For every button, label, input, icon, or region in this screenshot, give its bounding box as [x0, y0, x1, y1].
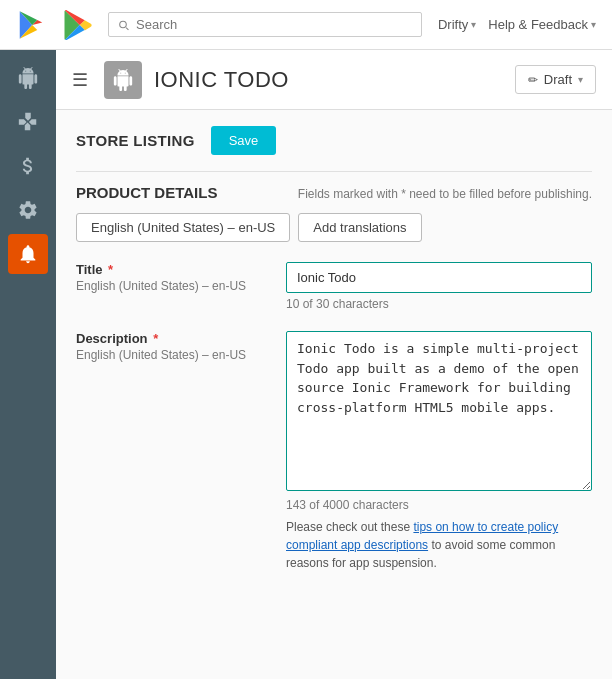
- product-details-header: PRODUCT DETAILS Fields marked with * nee…: [76, 184, 592, 201]
- title-required-star: *: [105, 262, 114, 277]
- top-bar-right: Drifty ▾ Help & Feedback ▾: [438, 17, 596, 32]
- help-dropdown-arrow: ▾: [591, 19, 596, 30]
- english-language-button[interactable]: English (United States) – en-US: [76, 213, 290, 242]
- search-icon: [117, 18, 130, 32]
- lang-separator: –: [228, 220, 239, 235]
- title-char-count: 10 of 30 characters: [286, 297, 592, 311]
- settings-icon: [17, 199, 39, 221]
- english-code: en-US: [238, 220, 275, 235]
- english-label: English (United States): [91, 220, 224, 235]
- content-area: ☰ IONIC TODO ✏ Draft ▾ STORE LISTING Sav…: [56, 50, 612, 679]
- description-sublabel: English (United States) – en-US: [76, 348, 266, 362]
- google-play-logo: [16, 10, 46, 40]
- page-content: STORE LISTING Save PRODUCT DETAILS Field…: [56, 110, 612, 608]
- help-menu[interactable]: Help & Feedback ▾: [488, 17, 596, 32]
- title-field-col: 10 of 30 characters: [286, 262, 592, 311]
- sidebar: [0, 50, 56, 679]
- monetize-icon: [17, 155, 39, 177]
- title-label-col: Title * English (United States) – en-US: [76, 262, 266, 311]
- required-note: Fields marked with * need to be filled b…: [298, 187, 592, 201]
- sidebar-item-android[interactable]: [8, 58, 48, 98]
- description-textarea[interactable]: Ionic Todo is a simple multi-project Tod…: [286, 331, 592, 491]
- search-box[interactable]: [108, 12, 422, 37]
- draft-dropdown-arrow: ▾: [578, 74, 583, 85]
- save-button[interactable]: Save: [211, 126, 277, 155]
- app-android-icon: [112, 69, 134, 91]
- description-label: Description *: [76, 331, 266, 346]
- play-store-icon: [62, 10, 92, 40]
- sidebar-item-settings[interactable]: [8, 190, 48, 230]
- user-dropdown-arrow: ▾: [471, 19, 476, 30]
- divider: [76, 171, 592, 172]
- title-label: Title *: [76, 262, 266, 277]
- add-translations-button[interactable]: Add translations: [298, 213, 421, 242]
- draft-button[interactable]: ✏ Draft ▾: [515, 65, 596, 94]
- product-details-title: PRODUCT DETAILS: [76, 184, 217, 201]
- top-bar: Drifty ▾ Help & Feedback ▾: [0, 0, 612, 50]
- store-listing-title: STORE LISTING: [76, 132, 195, 149]
- store-listing-header: STORE LISTING Save: [76, 126, 592, 155]
- draft-label: Draft: [544, 72, 572, 87]
- notification-icon: [17, 243, 39, 265]
- description-label-col: Description * English (United States) – …: [76, 331, 266, 572]
- description-char-count: 143 of 4000 characters: [286, 498, 592, 512]
- title-form-row: Title * English (United States) – en-US …: [76, 262, 592, 311]
- title-input[interactable]: [286, 262, 592, 293]
- gamepad-icon: [17, 111, 39, 133]
- search-input[interactable]: [136, 17, 413, 32]
- sidebar-item-gamepad[interactable]: [8, 102, 48, 142]
- main-layout: ☰ IONIC TODO ✏ Draft ▾ STORE LISTING Sav…: [0, 50, 612, 679]
- sidebar-item-monetize[interactable]: [8, 146, 48, 186]
- description-form-row: Description * English (United States) – …: [76, 331, 592, 572]
- pencil-icon: ✏: [528, 73, 538, 87]
- title-sublabel: English (United States) – en-US: [76, 279, 266, 293]
- hamburger-button[interactable]: ☰: [72, 69, 88, 91]
- language-buttons: English (United States) – en-US Add tran…: [76, 213, 592, 242]
- app-title: IONIC TODO: [154, 67, 289, 93]
- sidebar-item-notifications[interactable]: [8, 234, 48, 274]
- app-header: ☰ IONIC TODO ✏ Draft ▾: [56, 50, 612, 110]
- description-field-col: Ionic Todo is a simple multi-project Tod…: [286, 331, 592, 572]
- android-icon: [17, 67, 39, 89]
- policy-note: Please check out these tips on how to cr…: [286, 518, 592, 572]
- app-icon: [104, 61, 142, 99]
- user-menu[interactable]: Drifty ▾: [438, 17, 476, 32]
- description-required-star: *: [150, 331, 159, 346]
